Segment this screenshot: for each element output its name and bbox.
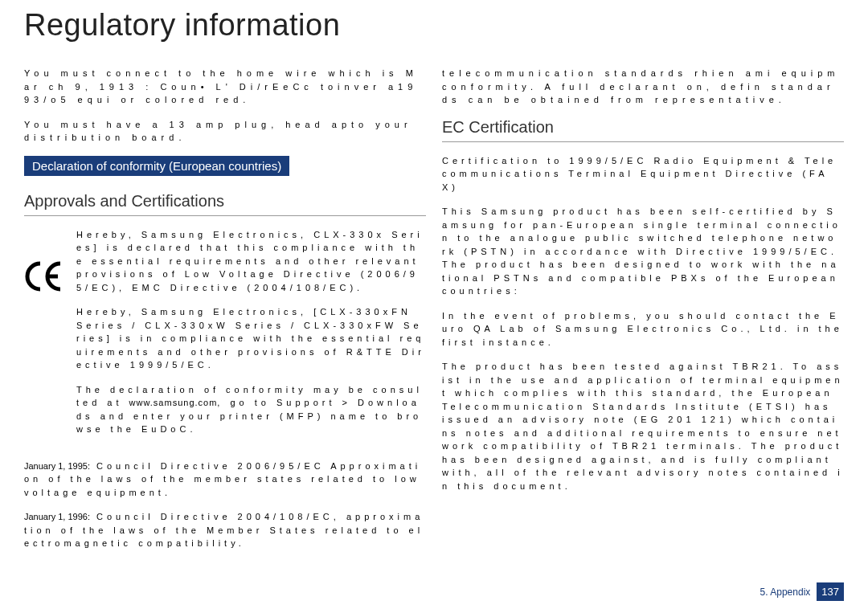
page-title: Regulatory information xyxy=(24,8,844,43)
ce-content: Hereby, Samsung Electronics, CLX-330x Se… xyxy=(76,228,426,447)
ec-paragraph-4: The product has been tested against TBR2… xyxy=(442,360,844,492)
top-left-paragraph-2: You must have a 13 amp plug, head apto y… xyxy=(24,118,426,145)
date-1995-line: January 1, 1995: Council Directive 2006/… xyxy=(24,460,426,500)
approvals-heading: Approvals and Certifications xyxy=(24,192,426,216)
right-column: telecommunication standards rhien ami eq… xyxy=(442,67,844,562)
main-columns: You must connect to the home wire which … xyxy=(24,67,844,562)
top-left-paragraph-1: You must connect to the home wire which … xyxy=(24,67,426,107)
ce-paragraph-2: Hereby, Samsung Electronics, [CLX-330xFN… xyxy=(76,305,426,372)
samsung-link[interactable]: www.samsung.com xyxy=(129,398,218,407)
ce-row: Hereby, Samsung Electronics, CLX-330x Se… xyxy=(24,228,426,447)
footer-page-number: 137 xyxy=(817,582,844,601)
ce-paragraph-3: The declaration of conformity may be con… xyxy=(76,383,426,436)
page-footer: 5. Appendix 137 xyxy=(760,582,844,601)
ce-mark-icon xyxy=(24,260,64,292)
ec-paragraph-2: This Samsung product has been self-certi… xyxy=(442,205,844,298)
ec-paragraph-1: Certification to 1999/5/EC Radio Equipme… xyxy=(442,154,844,194)
footer-appendix-label: 5. Appendix xyxy=(760,586,811,598)
top-right-paragraph: telecommunication standards rhien ami eq… xyxy=(442,67,844,107)
date-1996-line: January 1, 1996: Council Directive 2004/… xyxy=(24,510,426,550)
ce-paragraph-1: Hereby, Samsung Electronics, CLX-330x Se… xyxy=(76,228,426,295)
ec-certification-heading: EC Certification xyxy=(442,118,844,142)
declaration-conformity-header: Declaration of conformity (European coun… xyxy=(24,156,289,176)
left-column: You must connect to the home wire which … xyxy=(24,67,426,562)
ec-paragraph-3: In the event of problems, you should con… xyxy=(442,309,844,349)
date-1996-prefix: January 1, 1996: xyxy=(24,512,90,521)
date-1995-prefix: January 1, 1995: xyxy=(24,461,90,471)
